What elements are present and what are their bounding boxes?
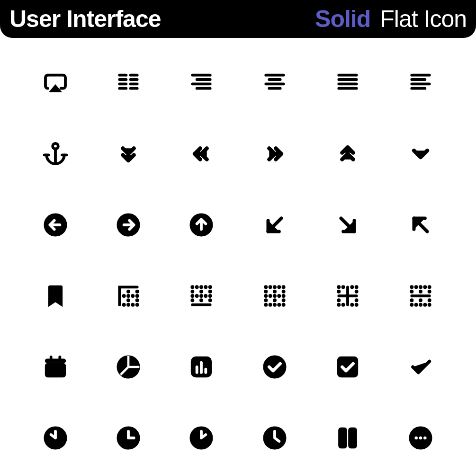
svg-rect-116 — [45, 364, 65, 377]
svg-point-115 — [428, 303, 431, 306]
svg-point-62 — [200, 299, 203, 302]
bookmark-icon — [19, 260, 92, 331]
svg-point-42 — [127, 294, 130, 297]
svg-point-41 — [136, 290, 139, 293]
border-top-left-icon — [92, 260, 165, 331]
svg-point-69 — [264, 290, 267, 293]
svg-point-58 — [200, 294, 203, 297]
svg-point-50 — [200, 286, 203, 289]
svg-point-53 — [191, 290, 194, 293]
clock-3-icon — [92, 402, 165, 464]
svg-point-45 — [127, 290, 130, 293]
svg-point-96 — [342, 303, 345, 306]
svg-point-59 — [205, 294, 207, 297]
arrow-down-right-icon — [311, 189, 384, 260]
svg-point-39 — [136, 299, 139, 302]
svg-point-51 — [205, 286, 207, 289]
svg-point-136 — [423, 437, 427, 440]
svg-point-49 — [196, 286, 198, 289]
border-bottom-icon — [165, 260, 238, 331]
svg-point-90 — [355, 286, 358, 289]
svg-point-48 — [191, 286, 194, 289]
airplay-icon — [19, 47, 92, 118]
svg-point-102 — [419, 286, 422, 289]
svg-point-106 — [419, 290, 422, 293]
arrow-right-circle-icon — [92, 189, 165, 260]
svg-point-66 — [273, 286, 276, 289]
svg-point-112 — [415, 303, 418, 306]
chevrons-up-icon — [311, 118, 384, 189]
header-flat-label: Flat Icon — [380, 5, 467, 33]
svg-point-55 — [209, 290, 212, 293]
header-solid-label: Solid — [315, 5, 370, 33]
bar-chart-icon — [165, 331, 238, 402]
clock-4-icon — [238, 402, 311, 464]
svg-point-72 — [264, 294, 267, 297]
align-center-icon — [238, 47, 311, 118]
svg-point-56 — [191, 294, 194, 297]
svg-point-37 — [132, 303, 135, 306]
svg-point-54 — [200, 290, 203, 293]
svg-point-104 — [428, 286, 431, 289]
svg-point-35 — [123, 303, 126, 306]
svg-point-61 — [191, 299, 194, 302]
svg-point-79 — [282, 299, 285, 302]
svg-point-38 — [136, 303, 139, 306]
svg-point-77 — [264, 299, 267, 302]
svg-point-36 — [127, 303, 130, 306]
header-title: User Interface — [9, 5, 161, 33]
svg-point-82 — [273, 303, 276, 306]
arrow-up-circle-icon — [165, 189, 238, 260]
svg-point-97 — [350, 303, 353, 306]
arrow-left-circle-icon — [19, 189, 92, 260]
header-bar: User Interface Solid Flat Icon — [0, 0, 476, 38]
svg-point-93 — [337, 299, 340, 302]
svg-point-64 — [264, 286, 267, 289]
svg-point-100 — [410, 286, 413, 289]
svg-point-103 — [423, 286, 426, 289]
svg-point-95 — [337, 303, 340, 306]
arrow-up-left-icon — [384, 189, 457, 260]
arrow-down-left-icon — [238, 189, 311, 260]
svg-point-81 — [269, 303, 271, 306]
align-justify-icon — [311, 47, 384, 118]
chevrons-left-icon — [165, 118, 238, 189]
svg-point-63 — [209, 299, 212, 302]
svg-point-70 — [273, 290, 276, 293]
svg-point-111 — [410, 303, 413, 306]
svg-point-73 — [269, 294, 271, 297]
svg-point-92 — [355, 290, 358, 293]
svg-point-52 — [209, 286, 212, 289]
svg-point-60 — [209, 294, 212, 297]
svg-point-78 — [273, 299, 276, 302]
calendar-icon — [19, 331, 92, 402]
svg-point-67 — [278, 286, 280, 289]
pie-chart-icon — [92, 331, 165, 402]
icon-grid — [0, 38, 476, 464]
clock-2-icon — [165, 402, 238, 464]
svg-point-91 — [337, 290, 340, 293]
svg-point-80 — [264, 303, 267, 306]
svg-rect-131 — [339, 428, 346, 448]
svg-point-43 — [123, 294, 126, 297]
border-horizontal-icon — [384, 260, 457, 331]
svg-point-76 — [282, 294, 285, 297]
align-right-icon — [165, 47, 238, 118]
svg-point-83 — [278, 303, 280, 306]
svg-point-105 — [410, 290, 413, 293]
svg-point-134 — [414, 437, 418, 440]
border-inner-icon — [311, 260, 384, 331]
check-square-icon — [311, 331, 384, 402]
svg-point-101 — [415, 286, 418, 289]
chevrons-down-icon — [92, 118, 165, 189]
svg-point-135 — [419, 437, 422, 440]
svg-point-87 — [337, 286, 340, 289]
svg-point-84 — [282, 303, 285, 306]
svg-point-113 — [419, 303, 422, 306]
svg-point-75 — [278, 294, 280, 297]
svg-rect-117 — [45, 359, 65, 363]
svg-point-110 — [428, 299, 431, 302]
anchor-icon — [19, 118, 92, 189]
chevron-down-icon — [384, 118, 457, 189]
columns-text-icon — [92, 47, 165, 118]
